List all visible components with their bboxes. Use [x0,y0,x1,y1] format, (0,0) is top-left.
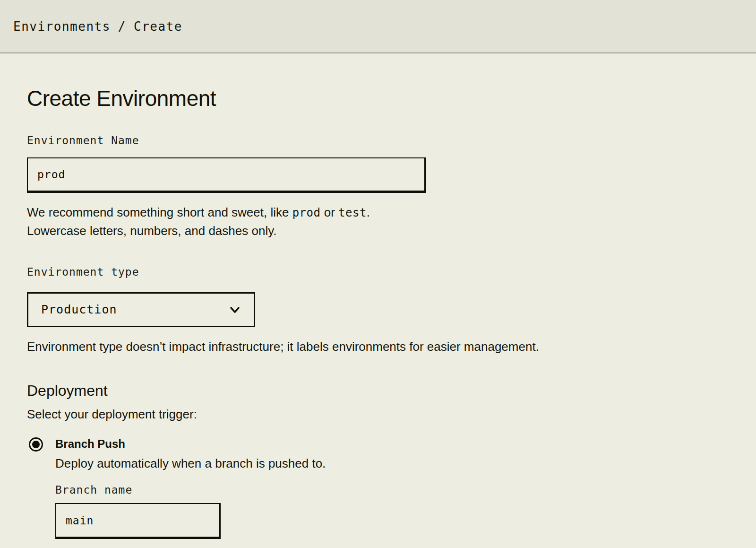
environment-name-input[interactable] [27,157,426,193]
create-environment-form: Create Environment Environment Name We r… [0,53,756,539]
environment-type-selected-value: Production [41,303,117,316]
breadcrumb-separator: / [118,19,126,34]
environment-type-select[interactable]: Production [27,292,255,327]
breadcrumb-item-environments[interactable]: Environments [13,19,111,34]
environment-name-help: We recommend something short and sweet, … [27,203,729,240]
environment-type-label: Environment type [27,266,729,279]
inline-code-prod: prod [292,206,321,219]
help-text: . [367,205,370,219]
page-title: Create Environment [27,87,729,111]
deployment-section: Deployment Select your deployment trigge… [27,382,729,539]
branch-push-description: Deploy automatically when a branch is pu… [55,456,326,470]
breadcrumb: Environments / Create [13,19,182,34]
help-text-line2: Lowercase letters, numbers, and dashes o… [27,224,276,238]
inline-code-test: test [338,206,367,219]
branch-push-radio[interactable] [29,437,43,452]
help-text: We recommend something short and sweet, … [27,205,292,219]
branch-push-details: Branch Push Deploy automatically when a … [55,437,326,539]
environment-name-label: Environment Name [27,134,729,148]
deployment-subtitle: Select your deployment trigger: [27,407,729,422]
breadcrumb-item-create: Create [134,19,182,34]
branch-name-input[interactable] [55,503,221,539]
branch-push-option: Branch Push Deploy automatically when a … [29,437,729,539]
deployment-heading: Deployment [27,382,729,400]
chevron-down-icon [227,302,242,317]
branch-push-label[interactable]: Branch Push [55,437,326,451]
environment-name-field: Environment Name We recommend something … [27,134,729,240]
breadcrumb-bar: Environments / Create [0,0,756,53]
help-text: or [320,205,338,219]
environment-type-help: Environment type doesn’t impact infrastr… [27,338,729,356]
environment-type-field: Environment type Production Environment … [27,266,729,356]
branch-name-label: Branch name [55,484,326,497]
radio-selected-dot [32,441,40,448]
